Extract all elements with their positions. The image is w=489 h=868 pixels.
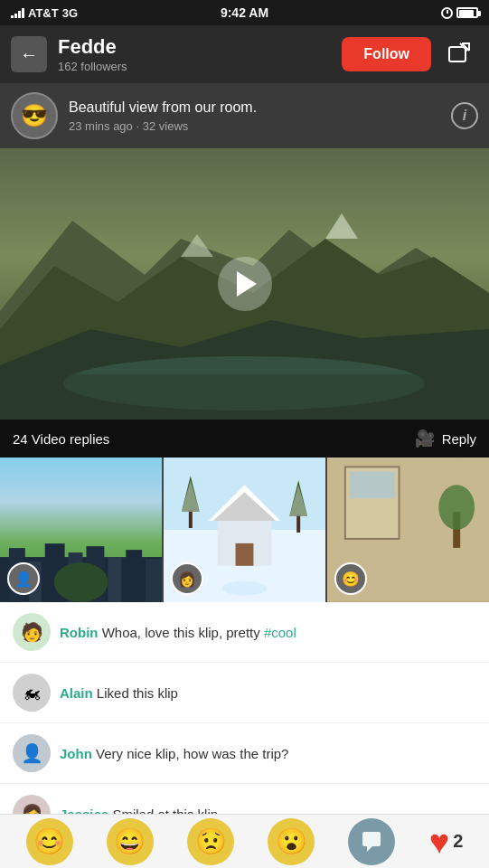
heart-area[interactable]: ♥ 2 [429, 825, 464, 859]
svg-rect-34 [350, 471, 395, 498]
svg-rect-27 [189, 510, 193, 528]
username-robin: Robin [60, 625, 99, 640]
camera-icon: 🎥 [415, 429, 435, 448]
reply-thumb-1[interactable]: 👤 [0, 458, 164, 602]
comment-item: 👤 John Very nice klip, how was the trip? [0, 723, 489, 784]
reply-button[interactable]: 🎥 Reply [415, 429, 476, 448]
reply-thumb-2[interactable]: 👩 [164, 458, 327, 602]
network-label: 3G [62, 6, 78, 20]
signal-bars [11, 7, 24, 18]
svg-rect-0 [449, 47, 465, 61]
info-button[interactable]: i [451, 102, 478, 129]
video-thumbnail[interactable] [0, 148, 489, 420]
svg-rect-6 [0, 374, 489, 420]
svg-rect-24 [236, 543, 254, 566]
heart-count: 2 [453, 831, 463, 852]
svg-rect-17 [146, 559, 162, 602]
poster-avatar: 😎 [11, 92, 58, 139]
carrier-label: AT&T [28, 6, 59, 20]
header-user-info: Fedde 162 followers [58, 35, 331, 72]
replies-count: 24 Video replies [13, 431, 109, 447]
comment-avatar-john: 👤 [13, 734, 51, 772]
username-alain: Alain [60, 685, 93, 701]
comment-body-robin: Whoa, love this klip, pretty [102, 625, 264, 640]
bottom-toolbar: 😊 😄 😟 😮 ♥ 2 [0, 814, 489, 868]
header-username: Fedde [58, 35, 331, 59]
svg-point-36 [438, 485, 475, 530]
reply-thumb-3[interactable]: 😊 [327, 458, 489, 602]
comment-body-john: Very nice klip, how was the trip? [96, 746, 288, 761]
comment-item: 🧑 Robin Whoa, love this klip, pretty #co… [0, 602, 489, 663]
reply-thumbnails: 👤 [0, 458, 489, 602]
view-count: 32 views [143, 119, 189, 133]
emoji-laugh-button[interactable]: 😄 [107, 818, 154, 865]
time-label: 9:42 AM [221, 5, 268, 20]
follow-button[interactable]: Follow [342, 37, 431, 71]
reply-avatar-3: 😊 [334, 562, 367, 595]
emoji-sad-button[interactable]: 😟 [187, 818, 234, 865]
header: ← Fedde 162 followers Follow [0, 25, 489, 83]
username-john: John [60, 746, 92, 761]
battery-icon [456, 7, 478, 18]
video-subtitle: 23 mins ago · 32 views [69, 119, 440, 133]
clock-icon [441, 7, 453, 19]
meta-separator: · [136, 119, 142, 133]
heart-icon: ♥ [429, 825, 450, 859]
emoji-surprised-button[interactable]: 😮 [268, 818, 315, 865]
video-title: Beautiful view from our room. [69, 99, 440, 118]
video-card: 😎 Beautiful view from our room. 23 mins … [0, 83, 489, 602]
comment-avatar-robin: 🧑 [13, 613, 51, 651]
share-button[interactable] [442, 36, 478, 72]
video-info: Beautiful view from our room. 23 mins ag… [69, 99, 440, 133]
play-button[interactable] [218, 257, 272, 311]
reply-avatar-1: 👤 [7, 562, 40, 595]
status-bar: AT&T 3G 9:42 AM [0, 0, 489, 25]
chat-button[interactable] [348, 818, 395, 865]
comment-text-alain: Alain Liked this klip [60, 684, 476, 703]
header-followers: 162 followers [58, 60, 331, 73]
svg-point-25 [222, 581, 268, 596]
svg-rect-29 [296, 514, 300, 533]
svg-rect-16 [126, 550, 142, 602]
svg-point-18 [54, 562, 108, 602]
comment-text-robin: Robin Whoa, love this klip, pretty #cool [60, 623, 476, 642]
replies-bar: 24 Video replies 🎥 Reply [0, 420, 489, 458]
reply-label: Reply [442, 431, 476, 447]
back-arrow-icon: ← [20, 44, 38, 65]
back-button[interactable]: ← [11, 36, 47, 72]
video-meta: 😎 Beautiful view from our room. 23 mins … [0, 83, 489, 148]
share-icon [447, 42, 473, 67]
play-icon [237, 271, 257, 297]
time-ago: 23 mins ago [69, 119, 133, 133]
svg-rect-15 [108, 557, 121, 602]
emoji-happy-button[interactable]: 😊 [26, 818, 73, 865]
comment-body-alain: Liked this klip [97, 685, 178, 701]
comment-item: 🏍 Alain Liked this klip [0, 663, 489, 723]
comment-avatar-alain: 🏍 [13, 674, 51, 712]
comment-text-john: John Very nice klip, how was the trip? [60, 744, 476, 763]
chat-bubble-icon [360, 830, 383, 854]
comment-hashtag-robin: #cool [264, 625, 296, 640]
reply-avatar-2: 👩 [171, 562, 203, 595]
